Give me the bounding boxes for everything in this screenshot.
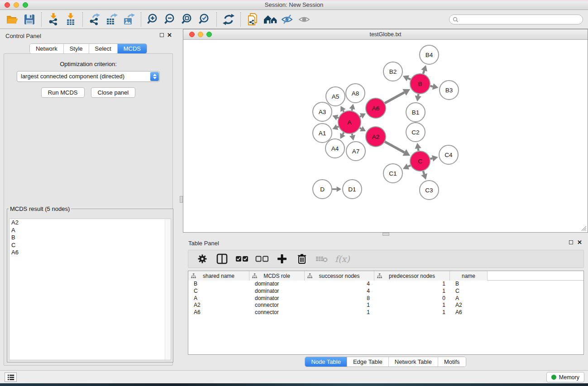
graph-node-B[interactable]: B: [410, 74, 430, 94]
edge-B-B1[interactable]: [418, 94, 419, 96]
close-panel-icon[interactable]: ✕: [577, 239, 582, 246]
show-columns-icon[interactable]: [215, 252, 230, 266]
home-icon[interactable]: [261, 11, 278, 28]
tab-network-table[interactable]: Network Table: [389, 357, 438, 367]
network-graph[interactable]: B4B2BB3A8A5A6A3B1AC2A1A2A4A7C4CC1DD1C3: [183, 40, 588, 232]
edge-A-A6[interactable]: [360, 116, 361, 117]
tab-edge-table[interactable]: Edge Table: [347, 357, 389, 367]
graph-node-A[interactable]: A: [338, 111, 361, 133]
zoom-selected-icon[interactable]: [196, 11, 213, 28]
edge-C-C2[interactable]: [418, 148, 419, 151]
edge-B-B2[interactable]: [408, 78, 411, 80]
close-panel-icon[interactable]: ✕: [167, 32, 172, 38]
table-row[interactable]: Cdominator41C: [188, 288, 583, 295]
graph-node-C1[interactable]: C1: [383, 164, 402, 183]
select-all-icon[interactable]: [234, 252, 250, 266]
export-network-icon[interactable]: [86, 11, 103, 28]
edge-A-A5[interactable]: [343, 110, 344, 112]
run-mcds-button[interactable]: Run MCDS: [41, 87, 85, 98]
table-row[interactable]: A6connector11A6: [188, 309, 583, 316]
table-row[interactable]: A2connector11A2: [188, 302, 583, 309]
edge-A-A2[interactable]: [360, 128, 361, 129]
zoom-fit-icon[interactable]: [179, 11, 196, 28]
import-network-icon[interactable]: [45, 11, 62, 28]
edge-A-A1[interactable]: [337, 127, 339, 127]
graph-node-B3[interactable]: B3: [440, 81, 459, 100]
float-panel-icon[interactable]: [569, 240, 573, 244]
edge-A-A4[interactable]: [343, 133, 344, 134]
deselect-all-icon[interactable]: [254, 252, 270, 266]
graph-node-A5[interactable]: A5: [326, 87, 345, 106]
column-header-successor-nodes[interactable]: successor nodes: [305, 271, 374, 281]
export-table-icon[interactable]: [103, 11, 120, 28]
tab-network[interactable]: Network: [30, 44, 64, 53]
graph-node-D1[interactable]: D1: [343, 180, 362, 199]
edge-C-C1[interactable]: [408, 165, 411, 167]
memory-button[interactable]: Memory: [546, 372, 584, 382]
tab-style[interactable]: Style: [64, 44, 89, 53]
criterion-dropdown[interactable]: largest connected component (directed): [17, 71, 160, 82]
open-session-icon[interactable]: [4, 11, 21, 28]
graph-node-A6[interactable]: A6: [366, 98, 386, 118]
mcds-result-list[interactable]: A2ABCA6: [9, 219, 171, 360]
task-history-button[interactable]: [5, 372, 17, 382]
tab-node-table[interactable]: Node Table: [305, 357, 347, 367]
hide-graphics-icon[interactable]: [278, 11, 296, 28]
network-window-titlebar[interactable]: testGlobe.txt: [183, 29, 588, 40]
graph-node-C[interactable]: C: [410, 151, 430, 171]
vertical-split-handle[interactable]: [180, 196, 183, 203]
graph-node-A4[interactable]: A4: [325, 139, 344, 158]
zoom-in-icon[interactable]: [144, 11, 162, 28]
mcds-result-item[interactable]: C: [10, 242, 171, 249]
edge-A-A3[interactable]: [337, 118, 339, 118]
refresh-icon[interactable]: [220, 11, 237, 28]
graph-node-D[interactable]: D: [313, 180, 332, 199]
tab-mcds[interactable]: MCDS: [118, 44, 147, 53]
mcds-result-item[interactable]: A6: [10, 249, 171, 257]
search-input[interactable]: [460, 15, 579, 24]
table-row[interactable]: Bdominator41B: [188, 281, 583, 288]
tab-motifs[interactable]: Motifs: [438, 357, 466, 367]
zoom-out-icon[interactable]: [162, 11, 179, 28]
table-settings-gear-icon[interactable]: [195, 252, 210, 266]
graph-node-A2[interactable]: A2: [366, 127, 386, 147]
import-table-icon[interactable]: [62, 11, 79, 28]
graph-node-C2[interactable]: C2: [406, 123, 425, 142]
resize-grip-icon[interactable]: [580, 225, 587, 231]
table-row[interactable]: Adominator80A: [188, 295, 583, 302]
edge-A6-B[interactable]: [385, 92, 404, 103]
tab-select[interactable]: Select: [89, 44, 118, 53]
float-panel-icon[interactable]: [160, 33, 164, 37]
scrollbar-track[interactable]: [165, 219, 171, 360]
mcds-result-item[interactable]: A2: [10, 219, 171, 227]
graph-node-B2[interactable]: B2: [383, 62, 402, 81]
graph-node-C4[interactable]: C4: [439, 145, 458, 164]
export-image-icon[interactable]: [120, 11, 138, 28]
edge-A-A7[interactable]: [352, 133, 353, 135]
edge-C-C4[interactable]: [430, 158, 432, 159]
column-header-shared-name[interactable]: shared name: [188, 271, 249, 281]
edge-C-C3[interactable]: [423, 171, 424, 174]
column-header-MCDS-role[interactable]: MCDS role: [249, 271, 305, 281]
graph-node-B1[interactable]: B1: [406, 103, 425, 122]
create-column-icon[interactable]: [274, 252, 290, 266]
edge-B-B3[interactable]: [430, 86, 433, 86]
graph-node-A3[interactable]: A3: [313, 102, 332, 121]
graph-node-A7[interactable]: A7: [346, 142, 365, 161]
mcds-result-item[interactable]: A: [10, 227, 171, 234]
graph-node-A8[interactable]: A8: [346, 84, 365, 103]
horizontal-split-handle[interactable]: [382, 233, 389, 236]
column-header-name[interactable]: name: [450, 271, 488, 281]
search-box[interactable]: [449, 14, 583, 24]
edge-B-B4[interactable]: [423, 71, 424, 74]
delete-column-trash-icon[interactable]: [294, 252, 310, 266]
edge-A2-C[interactable]: [385, 142, 404, 152]
network-canvas[interactable]: B4B2BB3A8A5A6A3B1AC2A1A2A4A7C4CC1DD1C3: [183, 40, 588, 232]
column-header-predecessor-nodes[interactable]: predecessor nodes: [374, 271, 450, 281]
clone-network-icon[interactable]: [244, 11, 261, 28]
graph-node-C3[interactable]: C3: [420, 181, 439, 200]
graph-node-A1[interactable]: A1: [313, 124, 332, 143]
edge-A-A8[interactable]: [352, 109, 352, 111]
graph-node-B4[interactable]: B4: [420, 45, 439, 64]
mcds-result-item[interactable]: B: [10, 234, 171, 242]
